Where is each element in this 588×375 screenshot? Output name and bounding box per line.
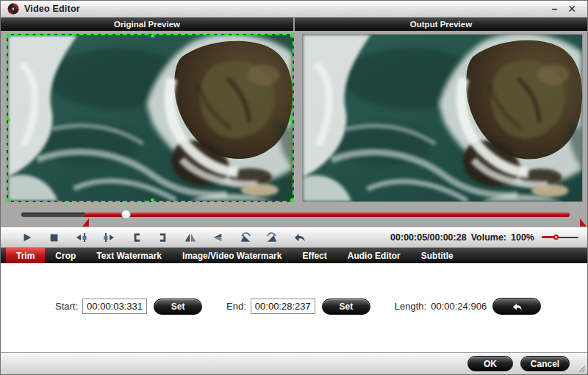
selection-handle-bottom-right[interactable] — [290, 199, 294, 202]
output-video-frame — [303, 35, 582, 201]
output-preview-header: Output Preview — [295, 18, 587, 31]
start-time-input[interactable] — [82, 299, 147, 314]
reset-icon — [293, 232, 306, 243]
rotate-left-icon — [238, 232, 252, 243]
selection-handle-top-center[interactable] — [151, 34, 154, 38]
mark-end-bracket-icon — [158, 232, 169, 243]
volume-knob[interactable] — [553, 235, 559, 240]
app-logo-icon — [7, 3, 19, 15]
selection-handle-top-right[interactable] — [290, 34, 294, 38]
tab-text-watermark[interactable]: Text Watermark — [86, 248, 172, 263]
reset-trim-icon — [511, 301, 523, 312]
flip-horizontal-button[interactable] — [183, 232, 198, 244]
flip-horizontal-icon — [184, 232, 197, 243]
selection-handle-mid-right[interactable] — [290, 118, 294, 122]
end-label: End: — [226, 301, 246, 312]
step-end-marker-icon — [102, 232, 115, 243]
set-end-button[interactable]: Set — [322, 299, 370, 315]
preview-header-bar: Original Preview Output Preview — [1, 18, 587, 31]
trim-panel: Start: Set End: Set Length: 00:00:24:906 — [1, 263, 587, 352]
close-button[interactable]: ✕ — [567, 4, 576, 14]
selection-handle-bottom-center[interactable] — [151, 199, 154, 202]
volume-label: Volume: — [471, 232, 506, 243]
selection-handle-mid-left[interactable] — [7, 118, 10, 122]
length-value: 00:00:24:906 — [431, 301, 487, 312]
seek-bar-row — [1, 205, 587, 227]
reset-effects-button[interactable] — [292, 232, 306, 244]
flip-vertical-button[interactable] — [210, 232, 225, 244]
length-label: Length: — [395, 301, 426, 312]
start-label: Start: — [55, 301, 78, 312]
tab-image-video-watermark[interactable]: Image/Video Watermark — [172, 248, 292, 263]
minimize-button[interactable]: – — [551, 4, 557, 14]
reset-trim-button[interactable] — [492, 298, 541, 315]
tab-subtitle[interactable]: Subtitle — [411, 248, 464, 263]
transport-buttons — [20, 232, 306, 244]
set-start-point-button[interactable] — [129, 232, 143, 244]
output-preview-pane — [302, 34, 583, 202]
preview-area — [1, 31, 587, 205]
selection-handle-top-left[interactable] — [7, 34, 10, 38]
transport-bar: 00:00:05/00:00:28 Volume: 100% — [1, 227, 587, 248]
window-controls: – ✕ — [551, 4, 581, 14]
play-icon — [21, 232, 33, 243]
original-preview-pane[interactable] — [7, 34, 294, 202]
selection-handle-bottom-left[interactable] — [7, 199, 10, 202]
ok-button[interactable]: OK — [467, 356, 513, 371]
original-video-frame — [8, 35, 293, 201]
mark-start-bracket-icon — [131, 232, 142, 243]
cancel-button[interactable]: Cancel — [520, 356, 570, 371]
time-display: 00:00:05/00:00:28 — [390, 232, 467, 243]
editor-tab-bar: Trim Crop Text Watermark Image/Video Wat… — [1, 248, 587, 263]
volume-value: 100% — [511, 232, 534, 243]
rotate-left-button[interactable] — [237, 232, 252, 244]
video-editor-window: Video Editor – ✕ Original Preview Output… — [0, 0, 588, 375]
stop-button[interactable] — [47, 232, 62, 244]
transport-status: 00:00:05/00:00:28 Volume: 100% — [390, 232, 578, 243]
seek-selected-range[interactable] — [85, 213, 570, 217]
end-time-input[interactable] — [251, 299, 315, 314]
stop-icon — [49, 232, 60, 243]
move-end-marker-button[interactable] — [101, 232, 116, 244]
move-start-marker-button[interactable] — [74, 232, 89, 244]
set-start-button[interactable]: Set — [154, 299, 202, 315]
volume-slider[interactable] — [542, 234, 578, 241]
set-end-point-button[interactable] — [156, 232, 171, 244]
rotate-right-button[interactable] — [265, 232, 279, 244]
trim-start-marker[interactable] — [82, 218, 89, 226]
flip-vertical-icon — [212, 232, 223, 243]
trim-end-marker[interactable] — [580, 218, 587, 226]
original-preview-header: Original Preview — [1, 18, 293, 31]
dialog-footer: OK Cancel — [1, 352, 587, 374]
rotate-right-icon — [265, 232, 279, 243]
tab-crop[interactable]: Crop — [45, 248, 86, 263]
step-start-marker-icon — [75, 232, 88, 243]
seek-track[interactable] — [21, 213, 570, 217]
trim-controls-row: Start: Set End: Set Length: 00:00:24:906 — [55, 298, 541, 315]
tab-trim[interactable]: Trim — [6, 248, 45, 263]
title-bar: Video Editor – ✕ — [1, 1, 587, 18]
play-button[interactable] — [20, 232, 35, 244]
resize-grip[interactable] — [578, 365, 586, 373]
tab-effect[interactable]: Effect — [292, 248, 337, 263]
playhead-thumb[interactable] — [121, 210, 131, 219]
tab-audio-editor[interactable]: Audio Editor — [337, 248, 411, 263]
window-title: Video Editor — [24, 4, 80, 14]
